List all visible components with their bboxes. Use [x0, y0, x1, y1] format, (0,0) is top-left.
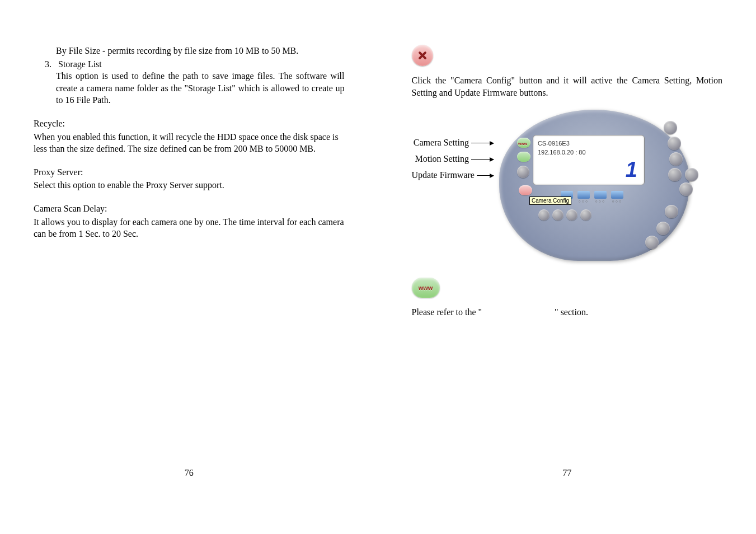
- camera-config-icon: [412, 45, 433, 66]
- screen-camera-name: CS-0916E3: [538, 140, 640, 147]
- motion-setting-button[interactable]: [517, 152, 530, 162]
- zoom-button[interactable]: [664, 121, 677, 134]
- proxy-body: Select this option to enable the Proxy S…: [34, 179, 345, 191]
- dots-2: ○○○: [577, 199, 590, 203]
- www-icon-small: www: [518, 142, 527, 146]
- dots-3: ○○○: [594, 199, 607, 203]
- close-button[interactable]: [668, 137, 681, 150]
- page-left-content: By File Size - permits recording by file…: [34, 45, 345, 240]
- dots-4: ○○○: [611, 199, 623, 203]
- storage-list-label: Storage List: [58, 59, 102, 69]
- file-size-text: By File Size - permits recording by file…: [56, 45, 345, 57]
- arrow-icon: [477, 175, 494, 176]
- page-number-right: 77: [562, 468, 571, 478]
- play-button[interactable]: [669, 152, 683, 166]
- camera-config-text: Click the "Camera Config" button and it …: [412, 74, 723, 99]
- nav-3-button[interactable]: [566, 209, 577, 221]
- record-button[interactable]: [665, 205, 678, 218]
- nav-1-button[interactable]: [538, 209, 550, 221]
- label-motion-setting-row: Motion Setting: [412, 154, 494, 164]
- labels-column: Camera Setting Motion Setting Update Fir…: [412, 110, 494, 180]
- scan-delay-title: Camera Scan Delay:: [34, 203, 345, 215]
- screen-ip-address: 192.168.0.20 : 80: [538, 149, 640, 156]
- globe-button[interactable]: [645, 236, 659, 249]
- help-button[interactable]: [685, 168, 698, 181]
- scan-delay-body: It allows you to display for each camera…: [34, 216, 345, 240]
- preset-2-button[interactable]: [577, 191, 590, 199]
- www-icon: www: [412, 278, 440, 298]
- recycle-title: Recycle:: [34, 118, 345, 130]
- diagram-container: Camera Setting Motion Setting Update Fir…: [412, 110, 723, 261]
- storage-list-body: This option is used to define the path t…: [56, 70, 345, 106]
- camera-config-button[interactable]: [519, 185, 532, 195]
- proxy-title: Proxy Server:: [34, 166, 345, 179]
- nav-4-button[interactable]: [580, 209, 591, 221]
- camera-config-tooltip: Camera Config: [529, 196, 571, 205]
- snapshot-button[interactable]: [679, 182, 693, 196]
- view-button[interactable]: [668, 168, 682, 181]
- arrow-icon: [471, 159, 494, 160]
- label-update-firmware-row: Update Firmware: [412, 170, 494, 180]
- label-motion-setting: Motion Setting: [415, 154, 468, 164]
- label-camera-setting-row: Camera Setting: [412, 138, 494, 148]
- refer-prefix: Please refer to the ": [412, 307, 482, 317]
- label-update-firmware: Update Firmware: [412, 170, 475, 180]
- arrow-icon: [471, 143, 494, 143]
- refer-text: Please refer to the "" section.: [412, 306, 723, 318]
- device-ui-illustration: CS-0916E3 192.168.0.20 : 80 1 www: [499, 110, 689, 261]
- label-camera-setting: Camera Setting: [414, 138, 469, 148]
- page-right: Click the "Camera Config" button and it …: [378, 0, 757, 534]
- list-number-3: 3.: [45, 59, 51, 69]
- timer-button[interactable]: [656, 222, 670, 235]
- nav-2-button[interactable]: [552, 209, 564, 221]
- storage-list-item: 3. Storage List: [45, 58, 345, 71]
- www-label: www: [419, 284, 433, 291]
- preset-4-button[interactable]: [611, 191, 623, 199]
- tools-icon: [417, 50, 428, 61]
- recycle-body: When you enabled this function, it will …: [34, 131, 345, 155]
- update-firmware-button[interactable]: [517, 166, 529, 178]
- preset-3-button[interactable]: [594, 191, 607, 199]
- page-number-left: 76: [185, 468, 194, 478]
- refer-suffix: " section.: [555, 307, 588, 317]
- screen-channel-number: 1: [626, 158, 637, 182]
- camera-setting-button[interactable]: www: [517, 138, 530, 148]
- page-left: By File Size - permits recording by file…: [0, 0, 378, 534]
- device-screen: CS-0916E3 192.168.0.20 : 80 1: [533, 135, 645, 185]
